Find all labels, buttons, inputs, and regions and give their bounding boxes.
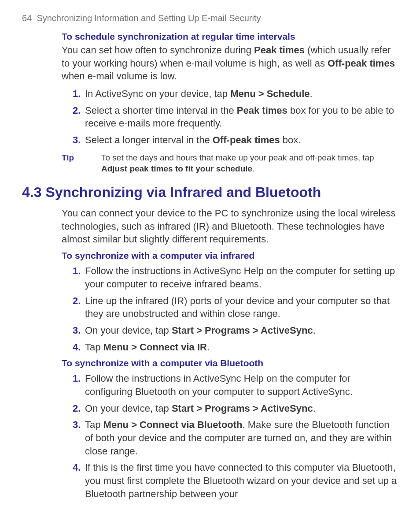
- infrared-steps: 1. Follow the instructions in ActiveSync…: [73, 264, 398, 353]
- step-number: 4.: [73, 341, 85, 354]
- step-text: Select a shorter time interval in the Pe…: [85, 104, 398, 130]
- page-header: 64 Synchronizing Information and Setting…: [22, 13, 398, 23]
- tip-block: Tip To set the days and hours that make …: [62, 152, 398, 175]
- bold-fragment: Peak times: [237, 105, 287, 116]
- list-item: 3. On your device, tap Start > Programs …: [73, 324, 398, 337]
- step-number: 1.: [73, 372, 85, 398]
- text-fragment: when e-mail volume is low.: [62, 71, 177, 82]
- section-title-4-3: 4.3 Synchronizing via Infrared and Bluet…: [22, 184, 398, 201]
- step-text: If this is the first time you have conne…: [85, 461, 398, 500]
- step-text: Follow the instructions in ActiveSync He…: [85, 372, 398, 398]
- section-4-3-intro: You can connect your device to the PC to…: [62, 207, 398, 246]
- text-fragment: Select a longer interval in the: [85, 134, 213, 145]
- bluetooth-steps: 1. Follow the instructions in ActiveSync…: [73, 372, 398, 500]
- step-number: 1.: [73, 87, 85, 100]
- text-fragment: Select a shorter time interval in the: [85, 105, 237, 116]
- schedule-intro: You can set how often to synchronize dur…: [62, 44, 398, 83]
- step-text: Tap Menu > Connect via IR.: [85, 341, 398, 354]
- list-item: 3. Tap Menu > Connect via Bluetooth. Mak…: [73, 418, 398, 457]
- list-item: 2. Select a shorter time interval in the…: [73, 104, 398, 130]
- list-item: 3. Select a longer interval in the Off-p…: [73, 134, 398, 147]
- chapter-title: Synchronizing Information and Setting Up…: [37, 13, 261, 23]
- list-item: 4. Tap Menu > Connect via IR.: [73, 341, 398, 354]
- list-item: 4. If this is the first time you have co…: [73, 461, 398, 500]
- list-item: 1. Follow the instructions in ActiveSync…: [73, 264, 398, 290]
- document-page: 64 Synchronizing Information and Setting…: [0, 0, 420, 517]
- bold-fragment: Start > Programs > ActiveSync: [172, 325, 313, 336]
- step-text: In ActiveSync on your device, tap Menu >…: [85, 87, 398, 100]
- step-text: On your device, tap Start > Programs > A…: [85, 402, 398, 415]
- list-item: 1. Follow the instructions in ActiveSync…: [73, 372, 398, 398]
- tip-label: Tip: [62, 152, 101, 175]
- text-fragment: .: [310, 88, 313, 99]
- step-number: 2.: [73, 294, 85, 320]
- bold-fragment: Menu > Schedule: [230, 88, 309, 99]
- bold-fragment: Start > Programs > ActiveSync: [172, 403, 313, 414]
- bold-fragment: Menu > Connect via IR: [103, 342, 207, 353]
- step-number: 4.: [73, 461, 85, 500]
- text-fragment: Tap: [85, 419, 103, 430]
- bold-fragment: Off-peak times: [328, 58, 395, 69]
- text-fragment: .: [313, 403, 316, 414]
- page-number: 64: [22, 13, 32, 23]
- list-item: 2. On your device, tap Start > Programs …: [73, 402, 398, 415]
- text-fragment: Tap: [85, 342, 103, 353]
- schedule-steps: 1. In ActiveSync on your device, tap Men…: [73, 87, 398, 147]
- subheading-bluetooth: To synchronize with a computer via Bluet…: [62, 358, 398, 368]
- step-number: 2.: [73, 402, 85, 415]
- text-fragment: On your device, tap: [85, 403, 172, 414]
- list-item: 1. In ActiveSync on your device, tap Men…: [73, 87, 398, 100]
- bold-fragment: Adjust peak times to fit your schedule: [101, 164, 252, 173]
- step-number: 3.: [73, 418, 85, 457]
- text-fragment: In ActiveSync on your device, tap: [85, 88, 230, 99]
- step-number: 3.: [73, 134, 85, 147]
- text-fragment: On your device, tap: [85, 325, 172, 336]
- bold-fragment: Off-peak times: [213, 134, 280, 145]
- bold-fragment: Menu > Connect via Bluetooth: [103, 419, 243, 430]
- step-text: Line up the infrared (IR) ports of your …: [85, 294, 398, 320]
- step-number: 3.: [73, 324, 85, 337]
- step-text: Follow the instructions in ActiveSync He…: [85, 264, 398, 290]
- step-number: 1.: [73, 264, 85, 290]
- step-number: 2.: [73, 104, 85, 130]
- step-text: Select a longer interval in the Off-peak…: [85, 134, 398, 147]
- subheading-infrared: To synchronize with a computer via infra…: [62, 250, 398, 261]
- text-fragment: .: [252, 164, 254, 173]
- bold-fragment: Peak times: [254, 45, 305, 56]
- text-fragment: To set the days and hours that make up y…: [101, 153, 374, 162]
- text-fragment: box.: [280, 134, 301, 145]
- tip-text: To set the days and hours that make up y…: [101, 152, 398, 175]
- text-fragment: .: [313, 325, 316, 336]
- step-text: Tap Menu > Connect via Bluetooth. Make s…: [85, 418, 398, 457]
- subheading-schedule: To schedule synchronization at regular t…: [62, 31, 398, 42]
- step-text: On your device, tap Start > Programs > A…: [85, 324, 398, 337]
- list-item: 2. Line up the infrared (IR) ports of yo…: [73, 294, 398, 320]
- text-fragment: You can set how often to synchronize dur…: [62, 45, 254, 56]
- text-fragment: .: [207, 342, 210, 353]
